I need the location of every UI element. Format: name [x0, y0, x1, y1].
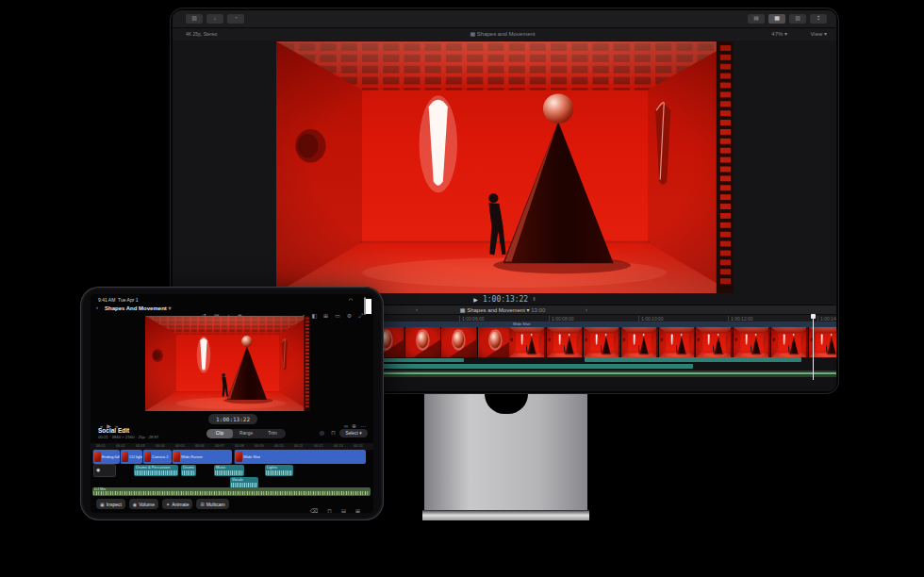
timeline-clip[interactable]: Ending falls — [92, 450, 120, 464]
snapping-icon[interactable]: ⊓ — [329, 429, 338, 437]
timeline-clip[interactable]: Drums — [181, 465, 196, 476]
mode-clip[interactable]: Clip — [206, 429, 233, 438]
audio-meters-icon[interactable]: ‖ — [533, 296, 535, 302]
music-clip[interactable]: DJ Mix — [92, 487, 371, 496]
wifi-icon: ◠ — [349, 297, 353, 303]
timeline-clip[interactable]: Music — [214, 465, 244, 476]
ruler-tick-label: 00:12 — [314, 444, 323, 448]
clip-label: Drums — [181, 465, 196, 470]
viewer-options-icon[interactable]: ◧ — [309, 312, 322, 320]
toolbar-right-buttons: ▤▦▥↥ — [748, 14, 827, 24]
inspector-view-icon[interactable]: ▥ — [789, 14, 806, 24]
viewer-zoom-menu[interactable]: 47% ▾ — [771, 30, 787, 37]
ipad-project-title[interactable]: Shapes And Movement ▾ — [105, 305, 171, 311]
fcp-ipad-screen: 9:41 AM Tue Apr 1 ◠ ‹ Shapes And Movemen… — [91, 294, 373, 513]
clip-thumbnail — [771, 327, 809, 357]
ipad-viewer-video[interactable] — [145, 316, 310, 411]
timeline-clip[interactable]: Lights — [265, 465, 293, 476]
button-label: Volume — [139, 502, 155, 507]
mode-trim[interactable]: Trim — [259, 429, 286, 438]
insert-clip-icon[interactable]: ⊟ — [339, 507, 354, 513]
back-button[interactable]: ‹ — [96, 305, 98, 310]
clip-thumbnail — [659, 327, 697, 357]
clip-thumbnail — [441, 327, 477, 357]
timeline-clip[interactable]: Wide Runner — [172, 450, 232, 464]
sidebar-icon[interactable]: ▥ — [186, 14, 203, 24]
display-icon[interactable]: ▭ — [333, 312, 345, 320]
connect-clip-icon[interactable]: ⊓ — [325, 507, 339, 513]
connected-clip-music[interactable]: Music — [585, 357, 801, 362]
import-media-icon[interactable]: ↓ — [206, 14, 223, 24]
button-label: Inspect — [107, 502, 122, 507]
audio-waveform — [266, 470, 292, 475]
storyline-clip-wide[interactable] — [509, 327, 836, 357]
button-icon: ▣ — [100, 502, 105, 507]
fcp-toolbar: ▥↓◔ ▤▦▥↥ — [173, 10, 836, 28]
clip-format-info: 4K 25p, Stereo — [186, 31, 217, 37]
timeline-history-back[interactable]: ‹ — [416, 306, 418, 312]
timeline-history-forward[interactable]: › — [586, 306, 587, 312]
timeline-clip[interactable]: CU light — [120, 450, 142, 464]
clip-label: Camera 2 — [152, 454, 169, 459]
button-label: Animate — [172, 502, 189, 507]
viewer-view-menu[interactable]: View ▾ — [810, 30, 827, 37]
ipad-timeline-ruler[interactable]: 00:0100:0200:0300:0400:0500:0600:0700:08… — [91, 443, 373, 450]
music-lane[interactable] — [333, 371, 836, 377]
clip-label: Drums & Percussion — [134, 465, 178, 470]
button-label: Multicam — [206, 502, 225, 507]
play-button[interactable]: ▶ — [473, 296, 478, 303]
clip-visibility-icon[interactable]: ◎ — [318, 429, 326, 437]
timeline-project-name: Social Edit — [98, 427, 129, 434]
multicam-button[interactable]: ⊞Multicam — [196, 499, 228, 509]
audio-waveform — [135, 470, 177, 475]
stand-foot — [422, 510, 589, 520]
ipad-transport: «▶» 1:00:13:22 ∞⊕⋯ — [91, 413, 373, 425]
clip-thumbnail — [478, 327, 510, 357]
desk-scene: ▥↓◔ ▤▦▥↥ 4K 25p, Stereo ▦ Shapes and Mov… — [0, 0, 924, 577]
clip-thumbnail — [94, 452, 101, 462]
mode-range[interactable]: Range — [233, 429, 259, 438]
viewer-video-frame[interactable] — [276, 41, 734, 293]
status-time: 9:41 AM — [98, 297, 115, 303]
clip-audio-icon: ◉ — [96, 467, 100, 472]
clip-thumbnail — [734, 327, 771, 357]
current-timecode: 1:00:13:22 — [483, 295, 528, 304]
button-icon: ✦ — [166, 502, 170, 507]
clip-thumbnail — [696, 327, 734, 357]
select-menu[interactable]: Select ▾ — [339, 429, 368, 437]
ruler-tick-label: 00:03 — [136, 444, 145, 448]
browser-view-icon[interactable]: ▤ — [748, 14, 765, 24]
timeline-clip[interactable]: Camera 2 — [142, 450, 172, 464]
trash-icon[interactable]: ⌫ — [308, 507, 325, 513]
inspect-button[interactable]: ▣Inspect — [96, 499, 125, 509]
audio-waveform — [215, 470, 243, 475]
timeline-view-icon[interactable]: ▦ — [768, 14, 785, 24]
settings-gear-icon[interactable]: ⚙ — [345, 312, 356, 320]
playhead[interactable] — [813, 314, 814, 380]
timeline-clip[interactable]: Drums & Percussion — [134, 465, 178, 476]
timeline-clip[interactable]: Wide Shot — [234, 450, 366, 464]
fullscreen-icon[interactable]: ⤢ — [356, 312, 368, 320]
clip-thumbnail — [547, 327, 585, 357]
volume-button[interactable]: ◉Volume — [129, 499, 158, 509]
append-clip-icon[interactable]: ⊞ — [354, 507, 368, 513]
disabled-clip[interactable]: ◉ — [93, 464, 116, 477]
ipad-timecode[interactable]: 1:00:13:22 — [208, 414, 257, 424]
ruler-tick-label: 00:14 — [354, 444, 363, 448]
button-icon: ◉ — [133, 502, 137, 507]
ruler-tick-label: 00:13 — [334, 444, 343, 448]
edit-mode-segmented[interactable]: Clip Range Trim — [206, 429, 286, 438]
ruler-tick-label: 00:04 — [156, 444, 165, 448]
background-tasks-icon[interactable]: ◔ — [227, 14, 244, 24]
animate-button[interactable]: ✦Animate — [162, 499, 193, 509]
status-bar: 9:41 AM Tue Apr 1 ◠ — [91, 296, 373, 304]
project-duration: 13:00 — [531, 307, 545, 313]
connected-clip-drums[interactable]: Drums & Percussion — [333, 364, 693, 369]
share-icon[interactable]: ↥ — [810, 14, 827, 24]
toolbar-left-buttons: ▥↓◔ — [186, 14, 244, 24]
button-icon: ⊞ — [200, 502, 204, 507]
display-stand — [424, 394, 587, 520]
clip-label: Ending falls — [102, 454, 120, 459]
timeline-project-menu[interactable]: ▦ Shapes and Movement ▾ 13:00 — [427, 306, 578, 313]
grid-overlay-icon[interactable]: ⊞ — [322, 312, 333, 320]
